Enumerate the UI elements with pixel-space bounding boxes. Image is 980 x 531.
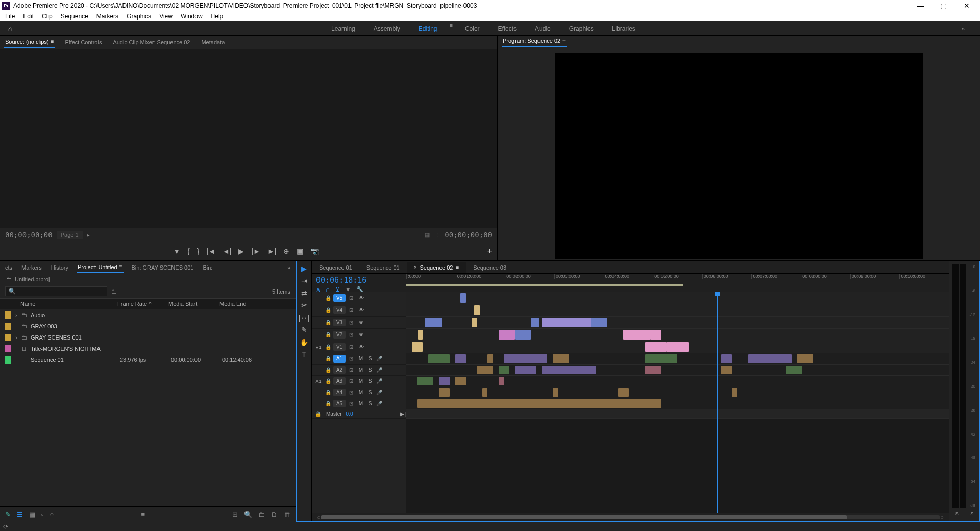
clip[interactable] [499,366,509,374]
sync-lock-icon[interactable]: ⊡ [347,307,356,313]
timeline-timecode[interactable]: 00:06:18:16 [316,276,402,285]
voiceover-icon[interactable]: 🎤 [375,401,383,406]
clip[interactable] [460,293,466,303]
search-input[interactable]: 🔍 [5,286,107,296]
workspace-overflow[interactable]: » [946,26,980,32]
step-back-icon[interactable]: ◄| [223,247,232,255]
lock-icon[interactable]: 🔒 [324,295,332,301]
bin-row[interactable]: › 🗀 Audio [0,309,296,321]
clip[interactable] [439,388,450,397]
program-tab[interactable]: Program: Sequence 02≡ [502,36,567,47]
new-item-icon[interactable]: 🗋 [271,511,278,518]
track-lane[interactable] [406,304,949,317]
track-lane[interactable] [406,387,949,398]
track-lane[interactable] [406,317,949,329]
master-track-header[interactable]: 🔒Master0.0▶| [312,409,406,419]
track-target[interactable]: A4 [333,389,346,396]
workspace-libraries[interactable]: Libraries [603,22,645,35]
timeline-playhead[interactable] [717,292,718,513]
lock-icon[interactable]: 🔒 [324,356,332,361]
step-forward-icon[interactable]: |► [251,247,260,255]
project-tab[interactable]: History [50,262,69,273]
sync-lock-icon[interactable]: ⊡ [347,295,356,301]
project-tab[interactable]: Markers [20,262,43,273]
video-track-header[interactable]: 🔒 V5 ⊡ 👁 [312,292,406,304]
track-target[interactable]: V3 [333,319,346,326]
clip[interactable] [417,399,661,408]
master-value[interactable]: 0.0 [346,411,353,417]
panel-menu-icon[interactable]: ≡ [51,39,54,44]
panel-menu-icon[interactable]: ≡ [119,264,122,270]
solo-icon[interactable]: S [366,356,374,361]
menu-sequence[interactable]: Sequence [57,12,92,21]
safe-margins-icon[interactable]: ▦ [425,232,430,238]
bin-row[interactable]: 🗀 GRAY 003 [0,321,296,332]
track-target[interactable]: V4 [333,306,346,314]
program-viewer[interactable] [498,47,980,264]
clip[interactable] [645,354,678,363]
razor-tool-icon[interactable]: ✂ [301,301,307,309]
icon-view-icon[interactable]: ▦ [29,511,35,518]
col-mediastart[interactable]: Media Start [168,301,219,307]
voiceover-icon[interactable]: 🎤 [375,378,383,384]
lock-icon[interactable]: 🔒 [324,401,332,406]
sync-lock-icon[interactable]: ⊡ [347,344,356,350]
clip[interactable] [412,342,423,352]
lock-icon[interactable]: 🔒 [324,332,332,337]
workspace-color[interactable]: Color [456,22,489,35]
freeform-view-icon[interactable]: ▫ [41,511,44,518]
clip[interactable] [748,354,792,363]
audio-track-header[interactable]: 🔒 A1 ⊡ M S 🎤 [312,353,406,365]
source-page[interactable]: Page 1 [57,231,83,239]
col-mediaend[interactable]: Media End [219,301,271,307]
source-patch[interactable]: A1 [314,379,323,384]
track-lane[interactable] [406,398,949,409]
lock-icon[interactable]: 🔒 [324,367,332,373]
sync-lock-icon[interactable]: ⊡ [347,320,356,325]
go-to-out-icon[interactable]: ►| [267,247,277,255]
clip[interactable] [618,388,629,397]
lock-icon[interactable]: 🔒 [324,378,332,384]
page-next-icon[interactable]: ▸ [87,232,90,238]
add-button-icon[interactable]: + [487,247,492,256]
mark-in-icon[interactable]: { [187,247,190,255]
solo-icon[interactable]: S [366,401,374,406]
clip[interactable] [721,366,732,374]
clip[interactable] [472,318,477,327]
col-name[interactable]: Name [5,301,117,307]
export-frame-icon[interactable]: 📷 [310,247,319,255]
new-bin-icon[interactable]: 🗀 [111,288,117,295]
timeline-h-scroll[interactable]: ○ ○ [312,513,949,521]
track-lane[interactable] [406,292,949,304]
list-view-icon[interactable]: ☰ [17,511,23,518]
lock-icon[interactable]: 🔒 [324,344,332,350]
toggle-output-icon[interactable]: 👁 [357,332,366,337]
project-tab[interactable]: cts [4,262,13,273]
solo-right[interactable]: S [970,511,973,521]
sequence-tab[interactable]: ×Sequence 02≡ [407,262,467,273]
track-target[interactable]: V1 [333,343,346,351]
toggle-output-icon[interactable]: 👁 [357,295,366,301]
menu-edit[interactable]: Edit [19,12,38,21]
sequence-tab[interactable]: Sequence 01 [359,262,407,273]
clip[interactable] [531,318,539,327]
bin-row[interactable]: ≡ Sequence 01 23.976 fps 00:00:00:00 00:… [0,354,296,366]
zoom-slider[interactable]: ○ [50,511,54,518]
source-viewer[interactable] [0,49,497,228]
voiceover-icon[interactable]: 🎤 [375,390,383,395]
clip[interactable] [455,354,466,363]
track-target[interactable]: A3 [333,377,346,385]
clip[interactable] [477,366,493,374]
video-track-header[interactable]: 🔒 V3 ⊡ 👁 [312,317,406,329]
lock-icon[interactable]: 🔒 [314,411,322,417]
bin-row[interactable]: › 🗀 GRAY SCENES 001 [0,332,296,343]
clip[interactable] [542,318,591,327]
track-lane[interactable] [406,341,949,353]
clip[interactable] [428,354,450,363]
track-lane[interactable] [406,376,949,387]
automate-icon[interactable]: ⊞ [232,511,238,518]
play-icon[interactable]: ▶ [238,247,244,255]
voiceover-icon[interactable]: 🎤 [375,356,383,361]
expand-icon[interactable]: › [15,334,21,341]
clip[interactable] [425,318,442,327]
